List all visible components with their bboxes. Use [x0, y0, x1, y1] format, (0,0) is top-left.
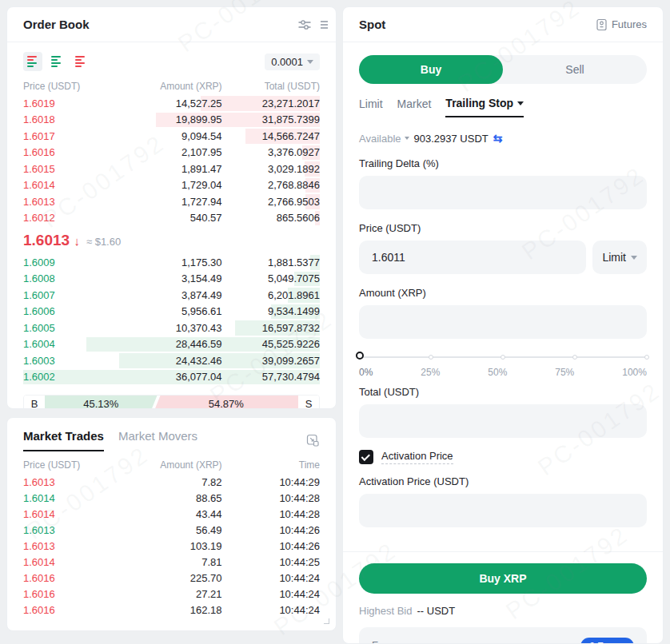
order-book-view-asks-icon[interactable]	[71, 52, 90, 71]
order-book-row[interactable]: 1.601819,899.9531,875.7399	[23, 112, 320, 129]
zero-fees-badge[interactable]: 0 Fees ›	[580, 638, 634, 644]
fees-label[interactable]: Fees	[372, 639, 395, 644]
slider-label-25: 25%	[421, 367, 440, 378]
slider-tick-100[interactable]	[644, 355, 649, 360]
price-cell: 1.6008	[23, 272, 106, 284]
tab-limit[interactable]: Limit	[359, 97, 383, 117]
order-book-settings-icon[interactable]	[297, 18, 312, 32]
trade-time: 10:44:24	[222, 588, 320, 600]
trade-row[interactable]: 1.601356.4910:44:26	[23, 522, 320, 538]
precision-dropdown[interactable]: 0.0001	[265, 54, 320, 70]
amount-percent-slider[interactable]	[359, 352, 647, 363]
tab-market-movers[interactable]: Market Movers	[118, 429, 197, 451]
market-trades-panel: Market TradesMarket Movers Price (USDT) …	[6, 417, 337, 631]
last-price-row[interactable]: 1.6013 ↓ ≈ $1.60	[7, 226, 336, 254]
total-cell: 1,881.5377	[222, 256, 320, 268]
tab-market[interactable]: Market	[397, 97, 432, 117]
order-book-row[interactable]: 1.600510,370.4316,597.8732	[23, 320, 320, 336]
amount-cell: 3,874.49	[106, 289, 222, 301]
precision-value: 0.0001	[271, 56, 303, 68]
trade-row[interactable]: 1.60147.8110:44:25	[23, 554, 320, 570]
order-book-row[interactable]: 1.60141,729.042,768.8846	[23, 177, 320, 194]
col-price: Price (USDT)	[23, 81, 106, 95]
trade-price: 1.6014	[23, 556, 106, 568]
order-book-row[interactable]: 1.60083,154.495,049.7075	[23, 271, 320, 288]
asks-list: 1.601914,527.2523,271.20171.601819,899.9…	[23, 95, 320, 226]
order-book-view-combined-icon[interactable]	[23, 52, 42, 71]
buy-toggle-button[interactable]: Buy	[359, 55, 503, 84]
order-book-row[interactable]: 1.600324,432.4639,099.2657	[23, 352, 320, 369]
slider-tick-75[interactable]	[572, 355, 577, 360]
order-book-row[interactable]: 1.60091,175.301,881.5377	[23, 254, 320, 271]
arrow-down-icon: ↓	[74, 234, 80, 248]
total-cell: 3,376.0927	[222, 146, 320, 158]
chevron-down-icon	[405, 137, 409, 140]
total-cell: 5,049.7075	[222, 272, 320, 284]
trade-amount: 56.49	[106, 524, 222, 536]
price-input[interactable]	[359, 241, 586, 274]
amount-label: Amount (XRP)	[359, 287, 647, 299]
activation-price-checkbox[interactable]	[359, 450, 373, 464]
sell-toggle-button[interactable]: Sell	[503, 55, 647, 84]
buy-xrp-button[interactable]: Buy XRP	[359, 563, 647, 594]
buy-ratio-value: 45.13%	[83, 398, 118, 410]
last-price-fiat: ≈ $1.60	[86, 236, 121, 248]
total-input[interactable]	[359, 404, 647, 438]
slider-handle[interactable]	[356, 352, 364, 360]
slider-tick-25[interactable]	[429, 355, 433, 360]
spot-panel: Spot Futures Buy Sell LimitMarketTrailin…	[342, 6, 664, 644]
col-price: Price (USDT)	[23, 459, 106, 474]
popout-icon[interactable]	[306, 434, 320, 447]
tab-trailing-stop[interactable]: Trailing Stop	[445, 97, 524, 117]
amount-cell: 1,175.30	[106, 256, 222, 268]
order-book-row[interactable]: 1.60065,956.619,534.1499	[23, 304, 320, 320]
col-total: Total (USDT)	[222, 81, 320, 95]
order-book-view-bids-icon[interactable]	[47, 52, 66, 71]
trade-row[interactable]: 1.601627.2110:44:24	[23, 586, 320, 602]
amount-cell: 10,370.43	[106, 322, 222, 334]
order-book-menu-icon[interactable]	[320, 19, 331, 30]
total-cell: 16,597.8732	[222, 322, 320, 334]
order-book-row[interactable]: 1.6012540.57865.5606	[23, 210, 320, 227]
order-book-row[interactable]: 1.601914,527.2523,271.2017	[23, 95, 320, 112]
buy-ratio-segment: 45.13%	[45, 396, 158, 409]
slider-label-75: 75%	[555, 367, 574, 378]
price-cell: 1.6003	[23, 355, 106, 367]
trade-row[interactable]: 1.601443.4410:44:28	[23, 506, 320, 522]
activation-price-checkbox-label[interactable]: Activation Price	[381, 450, 453, 464]
trade-time: 10:44:24	[222, 604, 320, 616]
order-book-row[interactable]: 1.600428,446.5945,525.9226	[23, 336, 320, 353]
order-book-row[interactable]: 1.60151,891.473,029.1892	[23, 161, 320, 177]
available-dropdown[interactable]: Available	[359, 133, 409, 145]
trade-amount: 103.19	[106, 540, 222, 552]
total-cell: 2,766.9503	[222, 196, 320, 208]
order-book-row[interactable]: 1.60131,727.942,766.9503	[23, 193, 320, 210]
total-cell: 39,099.2657	[222, 355, 320, 367]
price-type-dropdown[interactable]: Limit	[592, 241, 647, 274]
amount-input[interactable]	[359, 305, 647, 339]
order-book-row[interactable]: 1.600236,077.0457,730.4794	[23, 369, 320, 386]
order-book-row[interactable]: 1.60073,874.496,201.8961	[23, 287, 320, 304]
total-cell: 865.5606	[222, 212, 320, 224]
trade-row[interactable]: 1.6013103.1910:44:26	[23, 538, 320, 554]
amount-cell: 1,891.47	[106, 163, 222, 175]
trade-price: 1.6016	[23, 604, 106, 616]
transfer-icon[interactable]: ⇆	[493, 132, 503, 145]
trade-row[interactable]: 1.6016162.1810:44:24	[23, 602, 320, 618]
slider-tick-50[interactable]	[501, 355, 505, 360]
fees-box: Fees 0 Fees › Maker 0.0000% / Taker 0.00…	[359, 627, 647, 644]
order-book-row[interactable]: 1.60162,107.953,376.0927	[23, 145, 320, 161]
tab-market-trades[interactable]: Market Trades	[23, 429, 104, 451]
trade-row[interactable]: 1.60137.8210:44:29	[23, 474, 320, 490]
order-book-row[interactable]: 1.60179,094.5414,566.7247	[23, 128, 320, 145]
price-cell: 1.6016	[23, 146, 106, 158]
futures-link[interactable]: Futures	[596, 18, 647, 31]
resize-handle[interactable]	[324, 618, 329, 624]
total-cell: 2,768.8846	[222, 179, 320, 191]
trade-row[interactable]: 1.601488.6510:44:28	[23, 490, 320, 506]
trailing-delta-input[interactable]	[359, 176, 647, 209]
slider-labels: 0%25%50%75%100%	[359, 367, 647, 378]
activation-price-input[interactable]	[359, 494, 647, 527]
trade-row[interactable]: 1.6016225.7010:44:24	[23, 570, 320, 586]
trade-time: 10:44:29	[222, 476, 320, 488]
